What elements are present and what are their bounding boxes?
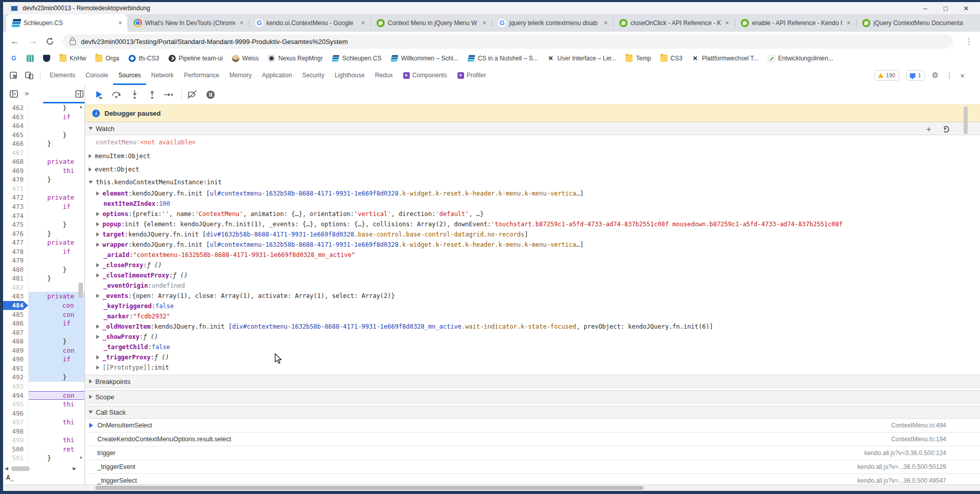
line-number[interactable]: 464: [3, 121, 29, 131]
devtools-tab-profiler[interactable]: Profiler: [452, 66, 491, 85]
devtools-tab-network[interactable]: Network: [146, 66, 179, 85]
bookmark-cs-in-a-nutshell-s[interactable]: CS in a Nutshell – S...: [468, 55, 538, 62]
deactivate-breakpoints-button[interactable]: [186, 89, 198, 100]
line-number[interactable]: 482: [3, 283, 29, 292]
devtools-tab-console[interactable]: Console: [80, 66, 113, 85]
watch-row-triggerproxy[interactable]: _triggerProxy: ƒ (): [85, 352, 980, 362]
bookmark-temp[interactable]: Temp: [625, 55, 651, 62]
maximize-button[interactable]: □: [942, 5, 949, 12]
line-number[interactable]: 498: [3, 427, 29, 436]
frame-location[interactable]: kendo.all.js?v=...36.0.500:49547: [858, 477, 946, 484]
bookmark-shield-dark[interactable]: [43, 55, 50, 62]
watch-row-this-kendocontextmenuinstance[interactable]: this.kendoContextMenuInstance: init: [85, 176, 980, 188]
device-toolbar-icon[interactable]: [25, 71, 34, 80]
watch-row-nextitemzindex[interactable]: nextItemZIndex: 100: [85, 199, 980, 209]
line-number[interactable]: 487: [3, 328, 29, 337]
watch-row-targetchild[interactable]: _targetChild: false: [85, 342, 980, 352]
editor-horizontal-scrollbar[interactable]: ◀ ▶: [3, 464, 85, 473]
devtools-tab-lighthouse[interactable]: Lighthouse: [329, 66, 370, 85]
watch-row-keytriggered[interactable]: _keyTriggered: false: [85, 301, 980, 311]
step-out-button[interactable]: [147, 89, 158, 100]
watch-row-event[interactable]: event: Object: [85, 163, 980, 176]
devtools-tab-components[interactable]: Components: [398, 66, 452, 85]
omnibox[interactable]: devfv23min00013/Testing/Portal/Standard-…: [62, 34, 953, 49]
expand-icon[interactable]: [96, 325, 99, 329]
line-number[interactable]: 463: [3, 113, 29, 122]
scope-section-header[interactable]: Scope: [85, 390, 980, 403]
line-number[interactable]: 491: [3, 364, 29, 373]
refresh-watch-icon[interactable]: [943, 126, 949, 133]
reload-button[interactable]: [45, 36, 55, 47]
scroll-down-icon[interactable]: ▼: [79, 456, 83, 460]
step-into-button[interactable]: [129, 89, 140, 100]
line-number[interactable]: 490: [3, 355, 29, 364]
bookmark-entwicklungslinien[interactable]: Entwicklungslinien...: [768, 55, 833, 62]
resume-script-button[interactable]: [93, 89, 105, 100]
watch-row-eventorigin[interactable]: _eventOrigin: undefined: [85, 281, 980, 291]
toggle-navigator-icon[interactable]: [9, 89, 19, 99]
scroll-right-icon[interactable]: ▶: [73, 466, 76, 471]
line-number[interactable]: 489: [3, 346, 29, 355]
devtools-tab-sources[interactable]: Sources: [113, 66, 146, 85]
callstack-section-header[interactable]: Call Stack: [85, 405, 980, 419]
line-number[interactable]: 496: [3, 409, 29, 418]
watch-row-marker[interactable]: _marker: "fcdb2932": [85, 311, 980, 321]
line-number[interactable]: 465: [3, 131, 29, 140]
line-number[interactable]: 493: [3, 382, 29, 391]
watch-row-element[interactable]: element: kendoJQuery.fn.init [ul#context…: [85, 188, 980, 199]
scrollbar-thumb[interactable]: [964, 106, 968, 134]
line-number[interactable]: 488: [3, 337, 29, 346]
devtools-tab-application[interactable]: Application: [257, 66, 297, 85]
forward-button[interactable]: →: [27, 36, 40, 47]
line-number[interactable]: 468: [3, 157, 29, 166]
settings-gear-icon[interactable]: ⚙: [932, 71, 939, 80]
tab-close-icon[interactable]: ×: [602, 19, 609, 27]
step-button[interactable]: [163, 89, 174, 100]
bookmark-pipeline-team-ui[interactable]: Pipeline team-ui: [169, 55, 223, 62]
line-number[interactable]: 474: [3, 211, 29, 221]
watch-section-header[interactable]: Watch +: [85, 122, 980, 135]
devtools-close-icon[interactable]: ×: [960, 71, 965, 80]
watch-row-menuitem[interactable]: menuItem: Object: [85, 149, 980, 163]
step-over-button[interactable]: [111, 89, 122, 100]
inspect-icon[interactable]: [9, 71, 18, 80]
line-number[interactable]: 479: [3, 256, 29, 265]
expand-icon[interactable]: [89, 181, 93, 184]
bottom-horizontal-scrollbar[interactable]: [3, 484, 980, 491]
watch-row-showproxy[interactable]: _showProxy: ƒ (): [85, 332, 980, 342]
line-number[interactable]: 467: [3, 148, 29, 158]
watch-row-oldhoveritem[interactable]: _oldHoverItem: kendoJQuery.fn.init [div#…: [85, 321, 980, 332]
expand-icon[interactable]: [96, 335, 99, 339]
minimize-button[interactable]: –: [922, 5, 929, 12]
line-number[interactable]: 472: [3, 193, 29, 202]
expand-icon[interactable]: [89, 154, 92, 158]
expand-icon[interactable]: [96, 191, 99, 196]
watch-row-target[interactable]: target: kendoJQuery.fn.init [div#1632b58…: [85, 229, 980, 240]
line-number[interactable]: 478: [3, 247, 29, 256]
callstack-frame-createkendocontextmenuoptions-re[interactable]: CreateKendoContextMenuOptions.result.sel…: [85, 433, 980, 446]
watch-row-wrapper[interactable]: wrapper: kendoJQuery.fn.init [ul#context…: [85, 240, 980, 250]
editor-vertical-scrollbar[interactable]: ▲ ▼: [77, 103, 85, 472]
expand-icon[interactable]: [96, 273, 99, 277]
line-number[interactable]: 501: [3, 454, 29, 463]
bookmark-cs3[interactable]: CS3: [660, 55, 682, 62]
tab-close-icon[interactable]: ×: [481, 19, 488, 27]
devtools-tab-redux[interactable]: Redux: [370, 66, 398, 85]
devtools-tab-security[interactable]: Security: [297, 66, 329, 85]
tab-close-icon[interactable]: ×: [238, 19, 245, 27]
scrollbar-thumb[interactable]: [11, 466, 30, 471]
browser-tab-jquery-telerik-contextmenu-disab[interactable]: jquery telerik contextmenu disab×: [492, 14, 613, 32]
callstack-frame-onmenuitemselect[interactable]: OnMenuItemSelectContextMenu.ts:494: [85, 419, 980, 433]
watch-row-contextmenu[interactable]: contextMenu: <not available>: [85, 135, 980, 149]
line-number[interactable]: 497: [3, 418, 29, 427]
expand-icon[interactable]: [96, 294, 99, 298]
frame-location[interactable]: ContextMenu.ts:494: [891, 422, 946, 429]
watch-row-popup[interactable]: popup: init {element: kendoJQuery.fn.ini…: [85, 219, 980, 229]
toggle-editor-tabs-icon[interactable]: [75, 89, 85, 99]
line-number-execution[interactable]: 484: [3, 301, 28, 310]
browser-tab-closeonclick-api-reference-ke[interactable]: closeOnClick - API Reference - Ke×: [613, 14, 735, 32]
watch-row-closeproxy[interactable]: _closeProxy: ƒ (): [85, 260, 980, 270]
warning-badge[interactable]: 190: [874, 70, 899, 81]
bookmark-nexus-repmngr[interactable]: Nexus RepMngr: [268, 55, 323, 62]
back-button[interactable]: ←: [8, 36, 22, 47]
